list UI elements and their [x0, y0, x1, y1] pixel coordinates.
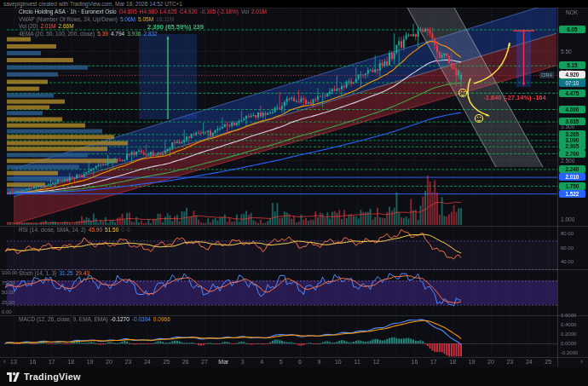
legend-value: -0.1270 [111, 316, 130, 322]
stoch-axis-label: 75.00 [2, 280, 14, 285]
legend-value: 0 [121, 227, 124, 233]
tradingview-watermark[interactable]: TradingView [24, 372, 81, 382]
legend-value: 2.01M [40, 23, 55, 29]
stoch-axis-label: 25.00 [2, 300, 14, 305]
stoch-legend[interactable]: Stoch (14, 1, 3)31.2529.43 [19, 270, 92, 278]
currency-label[interactable]: NOK [566, 9, 578, 15]
legend-value: H4.980 [140, 9, 158, 14]
tradingview-logo-icon[interactable] [7, 372, 20, 383]
time-axis-label: 25 [163, 359, 170, 365]
legend-row-volume[interactable]: Vol (20)2.01M2.66M [19, 23, 269, 31]
time-axis-label: 13 [10, 359, 17, 365]
macd-axis-label: 0.4000 [561, 322, 576, 327]
time-axis-label: 17 [49, 359, 55, 365]
time-axis-label: 19 [469, 359, 476, 365]
legend-row-symbol[interactable]: Circio Holding ASA · 1h · Euronext OsloO… [19, 9, 269, 16]
legend-value: 2.01M [251, 9, 267, 14]
legend-value: 51.50 [105, 227, 118, 233]
stoch-axis-label: 50.00 [2, 290, 14, 295]
macd-axis-label: 0.2000 [561, 331, 576, 337]
price-level-badge: 4.475 [559, 89, 585, 97]
time-axis-label: 20 [106, 359, 112, 365]
legend-value: RSI (14, close, SMA, 14, 2) [19, 227, 86, 233]
time-axis-label: 18 [67, 359, 74, 365]
legend-value: Vol (20) [19, 23, 37, 29]
macd-axis-label: 0.0000 [561, 341, 576, 346]
time-axis-label: 6 [298, 359, 302, 365]
time-axis-label: 18 [449, 359, 456, 365]
legend-value: 4.794 [111, 31, 124, 37]
time-axis-label: Mar [218, 359, 228, 365]
legend-value: 0.0966 [153, 316, 170, 322]
price-level-badge: 2.010 [559, 173, 585, 181]
price-tick-label: 1.000 [561, 216, 574, 222]
symbol-tag-label: CIRA [539, 72, 554, 78]
time-axis-label: 3 [241, 359, 245, 365]
legend-value: MACD (12, 26, close, 9, EMA, EMA) [19, 316, 108, 322]
legend-value: O4.805 [119, 9, 137, 14]
time-axis-label: 9 [317, 359, 320, 365]
time-axis-label: 11 [355, 359, 360, 365]
legend-value: -0.0304 [132, 316, 151, 322]
legend-value: 5.06M [120, 16, 135, 22]
time-axis-label: 23 [124, 359, 131, 365]
legend-row-ema[interactable]: 4EMA (20, 50, 100, 200, close)5.394.7943… [19, 31, 269, 38]
price-level-badge: 6.05 [559, 26, 585, 33]
time-axis-label: 26 [182, 359, 189, 365]
time-axis-label: 17 [430, 359, 437, 365]
macd-legend[interactable]: MACD (12, 26, close, 9, EMA, EMA)-0.1270… [19, 316, 173, 324]
bar-countdown-badge: 07:10 [559, 79, 585, 87]
price-level-badge: 1.750 [559, 182, 585, 190]
macd-axis-label: -0.2000 [561, 350, 578, 355]
measure-up-label[interactable]: 2.390 (65.59%) 239 [147, 23, 204, 31]
scroll-left-icon[interactable]: ‹ [3, 357, 6, 366]
rsi-axis-label: 80.00 [561, 231, 574, 236]
rsi-legend[interactable]: RSI (14, close, SMA, 14, 2)45.9051.5000 [19, 227, 133, 234]
measure-down-label[interactable]: -1.640 (-27.14%) -164 [483, 94, 545, 101]
price-chart-canvas[interactable] [0, 0, 588, 386]
time-axis-label: 10 [335, 359, 342, 365]
time-axis-label: 19 [87, 359, 94, 365]
legend-value: 18.11M [156, 16, 174, 22]
price-tick-label: 5.50 [561, 49, 572, 55]
price-level-badge: 2.905 [559, 142, 585, 150]
legend-value: Stoch (14, 1, 3) [19, 270, 56, 276]
bottom-bar: TradingView [0, 367, 588, 386]
price-level-badge: 1.522 [559, 190, 585, 198]
time-axis-label: 24 [144, 359, 151, 365]
macd-axis-label: 0.6000 [561, 313, 576, 318]
time-axis-label: 27 [201, 359, 208, 365]
stoch-axis-label: 0.00 [2, 309, 12, 314]
main-chart-legend[interactable]: Circio Holding ASA · 1h · Euronext OsloO… [19, 9, 269, 37]
legend-value: 5.05M [138, 16, 153, 22]
price-level-badge: 4.000 [559, 106, 585, 113]
legend-value: 2.832 [143, 31, 157, 37]
time-axis-label: 16 [29, 359, 36, 365]
legend-value: VWAP (Number Of Rows, 24, Up/Down) [19, 16, 118, 22]
time-axis-label: 24 [526, 359, 533, 365]
legend-value: -0.105 (-2.18%) [200, 9, 239, 14]
price-level-badge: 3.635 [559, 118, 585, 125]
last-price-badge: 4.920 [559, 71, 585, 78]
legend-value: 31.25 [59, 270, 72, 276]
legend-value: 45.90 [89, 227, 102, 233]
stoch-axis-label: 100.00 [2, 270, 17, 275]
tradingview-snapshot: savepiginvest created with TradingView.c… [0, 0, 588, 386]
time-axis-label: 12 [373, 359, 380, 365]
scroll-right-icon[interactable]: › [580, 357, 583, 366]
legend-value: Circio Holding ASA · 1h · Euronext Oslo [19, 9, 117, 14]
time-axis-label: 16 [411, 359, 418, 365]
legend-row-vwap[interactable]: VWAP (Number Of Rows, 24, Up/Down)5.06M5… [19, 16, 269, 24]
time-axis-label: 20 [487, 359, 494, 365]
legend-value: Vol [241, 9, 249, 14]
legend-value: 29.43 [76, 270, 89, 276]
time-axis-label: 4 [260, 359, 263, 365]
rsi-axis-label: 60.00 [561, 245, 574, 251]
price-level-badge: 2.700 [559, 150, 585, 158]
time-axis-label: 25 [545, 359, 551, 365]
legend-value: 2.66M [58, 23, 73, 29]
caption-bar: savepiginvest created with TradingView.c… [0, 0, 588, 8]
time-axis-label: 23 [506, 359, 513, 365]
price-level-badge: 2.240 [559, 165, 585, 173]
legend-value: 0 [127, 227, 130, 233]
